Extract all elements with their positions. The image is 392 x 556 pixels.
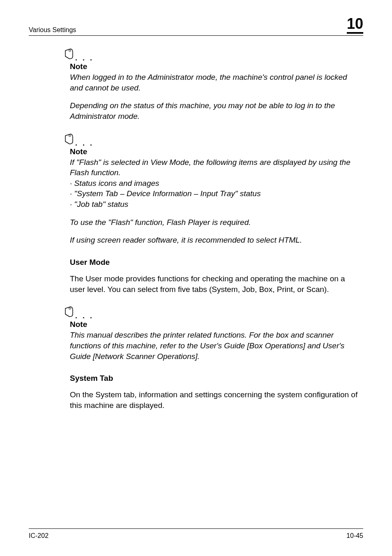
svg-point-2 [69,308,71,309]
page-content: . . . Note When logged in to the Adminis… [29,48,363,411]
body-system-tab: On the System tab, information and setti… [70,389,359,410]
note-label: Note [70,320,359,329]
note-dots: . . . [75,139,94,148]
note-icon [64,133,75,145]
header-chapter-number: 10 [347,16,363,34]
footer-right: 10-45 [346,532,363,540]
note-body: This manual describes the printer relate… [70,330,359,361]
note-bullet: · "Job tab" status [70,199,359,210]
note-block-2: . . . Note If "Flash" is selected in Vie… [70,133,359,246]
heading-user-mode: User Mode [70,258,359,267]
note-paragraph: When logged in to the Administrator mode… [70,72,359,93]
note-bullet: · "System Tab – Device Information – Inp… [70,188,359,199]
note-label: Note [70,147,359,156]
note-paragraph: To use the "Flash" function, Flash Playe… [70,217,359,228]
note-block-3: . . . Note This manual describes the pri… [70,306,359,361]
note-icon [64,48,75,60]
note-block-1: . . . Note When logged in to the Adminis… [70,48,359,122]
note-paragraph: Depending on the status of this machine,… [70,100,359,121]
note-body: If "Flash" is selected in View Mode, the… [70,157,359,246]
body-user-mode: The User mode provides functions for che… [70,273,359,294]
header-section-title: Various Settings [29,26,76,34]
note-body: When logged in to the Administrator mode… [70,72,359,122]
footer-left: IC-202 [29,532,48,540]
note-icon-row: . . . [64,48,359,60]
note-icon [64,306,75,317]
note-icon-row: . . . [64,133,359,146]
heading-system-tab: System Tab [70,374,359,383]
note-label: Note [70,62,359,71]
page-header: Various Settings 10 [29,16,363,36]
note-paragraph: If using screen reader software, it is r… [70,235,359,246]
note-dots: . . . [75,54,94,63]
page-footer: IC-202 10-45 [29,528,363,540]
svg-point-1 [69,135,71,137]
note-icon-row: . . . [64,306,359,318]
note-dots: . . . [75,312,94,320]
note-paragraph: If "Flash" is selected in View Mode, the… [70,157,359,178]
note-paragraph: This manual describes the printer relate… [70,330,359,361]
note-bullet: · Status icons and images [70,178,359,189]
svg-point-0 [69,50,71,51]
